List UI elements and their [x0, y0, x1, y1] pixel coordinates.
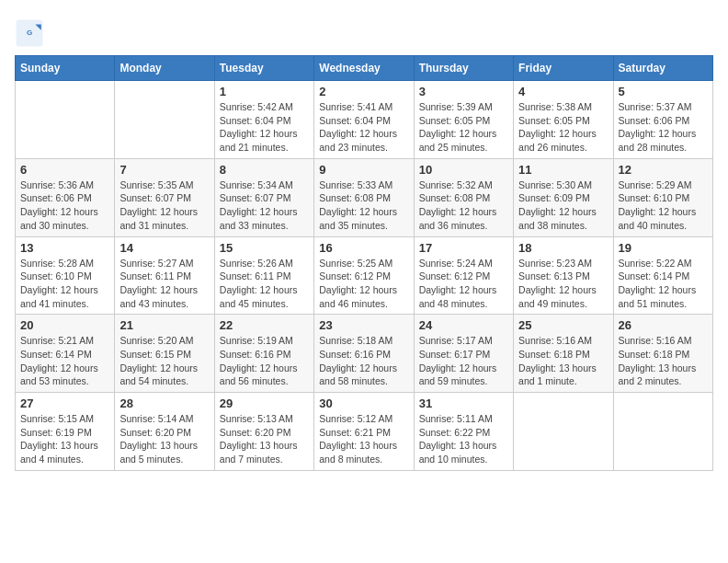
calendar-week-row: 13Sunrise: 5:28 AM Sunset: 6:10 PM Dayli…: [16, 236, 713, 315]
calendar-cell: 25Sunrise: 5:16 AM Sunset: 6:18 PM Dayli…: [514, 315, 613, 393]
day-number: 30: [319, 396, 408, 410]
calendar-cell: [514, 393, 613, 471]
calendar-table: SundayMondayTuesdayWednesdayThursdayFrid…: [15, 55, 713, 471]
day-number: 7: [119, 163, 209, 177]
day-info: Sunrise: 5:34 AM Sunset: 6:07 PM Dayligh…: [220, 178, 309, 233]
calendar-cell: 16Sunrise: 5:25 AM Sunset: 6:12 PM Dayli…: [314, 236, 414, 315]
day-number: 11: [518, 163, 608, 177]
calendar-week-row: 20Sunrise: 5:21 AM Sunset: 6:14 PM Dayli…: [16, 315, 713, 393]
calendar-body: 1Sunrise: 5:42 AM Sunset: 6:04 PM Daylig…: [16, 81, 713, 471]
day-number: 3: [419, 85, 508, 98]
day-info: Sunrise: 5:16 AM Sunset: 6:18 PM Dayligh…: [518, 334, 608, 388]
day-number: 6: [20, 163, 109, 177]
day-info: Sunrise: 5:27 AM Sunset: 6:11 PM Dayligh…: [119, 257, 209, 311]
calendar-cell: 13Sunrise: 5:28 AM Sunset: 6:10 PM Dayli…: [16, 236, 115, 315]
day-number: 22: [220, 318, 309, 332]
day-number: 14: [119, 241, 209, 255]
calendar-cell: 5Sunrise: 5:37 AM Sunset: 6:06 PM Daylig…: [613, 81, 712, 159]
day-number: 13: [20, 241, 109, 255]
weekday-header-cell: Saturday: [613, 56, 712, 81]
day-info: Sunrise: 5:23 AM Sunset: 6:13 PM Dayligh…: [518, 257, 608, 311]
calendar-cell: 27Sunrise: 5:15 AM Sunset: 6:19 PM Dayli…: [16, 393, 115, 471]
day-number: 20: [20, 318, 109, 332]
page-header: G: [15, 15, 713, 48]
day-number: 27: [20, 396, 109, 410]
calendar-cell: 15Sunrise: 5:26 AM Sunset: 6:11 PM Dayli…: [214, 236, 313, 315]
calendar-cell: [16, 81, 115, 159]
calendar-cell: 1Sunrise: 5:42 AM Sunset: 6:04 PM Daylig…: [214, 81, 313, 159]
calendar-cell: 8Sunrise: 5:34 AM Sunset: 6:07 PM Daylig…: [214, 158, 313, 236]
calendar-cell: [613, 393, 712, 471]
day-info: Sunrise: 5:11 AM Sunset: 6:22 PM Dayligh…: [419, 412, 508, 466]
calendar-cell: 31Sunrise: 5:11 AM Sunset: 6:22 PM Dayli…: [414, 393, 513, 471]
day-info: Sunrise: 5:24 AM Sunset: 6:12 PM Dayligh…: [419, 257, 508, 311]
day-number: 18: [518, 241, 608, 255]
day-info: Sunrise: 5:25 AM Sunset: 6:12 PM Dayligh…: [319, 257, 408, 311]
calendar-cell: 7Sunrise: 5:35 AM Sunset: 6:07 PM Daylig…: [115, 158, 214, 236]
calendar-cell: 24Sunrise: 5:17 AM Sunset: 6:17 PM Dayli…: [414, 315, 513, 393]
day-number: 25: [518, 318, 608, 332]
weekday-header-cell: Sunday: [16, 56, 115, 81]
day-number: 26: [619, 318, 708, 332]
weekday-header-cell: Friday: [514, 56, 613, 81]
calendar-cell: 11Sunrise: 5:30 AM Sunset: 6:09 PM Dayli…: [514, 158, 613, 236]
day-number: 24: [419, 318, 508, 332]
calendar-cell: 9Sunrise: 5:33 AM Sunset: 6:08 PM Daylig…: [314, 158, 414, 236]
day-info: Sunrise: 5:39 AM Sunset: 6:05 PM Dayligh…: [419, 100, 508, 155]
day-number: 28: [119, 396, 209, 410]
day-info: Sunrise: 5:26 AM Sunset: 6:11 PM Dayligh…: [220, 257, 309, 311]
calendar-week-row: 27Sunrise: 5:15 AM Sunset: 6:19 PM Dayli…: [16, 393, 713, 471]
day-info: Sunrise: 5:32 AM Sunset: 6:08 PM Dayligh…: [419, 178, 508, 233]
day-info: Sunrise: 5:28 AM Sunset: 6:10 PM Dayligh…: [20, 257, 109, 311]
day-number: 8: [220, 163, 309, 177]
weekday-header-row: SundayMondayTuesdayWednesdayThursdayFrid…: [16, 56, 713, 81]
day-number: 15: [220, 241, 309, 255]
weekday-header-cell: Thursday: [414, 56, 513, 81]
day-info: Sunrise: 5:15 AM Sunset: 6:19 PM Dayligh…: [20, 412, 109, 466]
calendar-cell: 18Sunrise: 5:23 AM Sunset: 6:13 PM Dayli…: [514, 236, 613, 315]
day-number: 2: [319, 85, 408, 98]
svg-text:G: G: [27, 29, 32, 37]
calendar-cell: 2Sunrise: 5:41 AM Sunset: 6:04 PM Daylig…: [314, 81, 414, 159]
day-info: Sunrise: 5:16 AM Sunset: 6:18 PM Dayligh…: [619, 334, 708, 388]
calendar-cell: 6Sunrise: 5:36 AM Sunset: 6:06 PM Daylig…: [16, 158, 115, 236]
day-info: Sunrise: 5:36 AM Sunset: 6:06 PM Dayligh…: [20, 178, 109, 233]
day-number: 16: [319, 241, 408, 255]
day-number: 5: [619, 85, 708, 98]
day-number: 23: [319, 318, 408, 332]
weekday-header-cell: Wednesday: [314, 56, 414, 81]
calendar-cell: 28Sunrise: 5:14 AM Sunset: 6:20 PM Dayli…: [115, 393, 214, 471]
day-info: Sunrise: 5:19 AM Sunset: 6:16 PM Dayligh…: [220, 334, 309, 388]
calendar-cell: 4Sunrise: 5:38 AM Sunset: 6:05 PM Daylig…: [514, 81, 613, 159]
day-info: Sunrise: 5:13 AM Sunset: 6:20 PM Dayligh…: [220, 412, 309, 466]
weekday-header-cell: Monday: [115, 56, 214, 81]
day-info: Sunrise: 5:20 AM Sunset: 6:15 PM Dayligh…: [119, 334, 209, 388]
weekday-header-cell: Tuesday: [214, 56, 313, 81]
day-number: 19: [619, 241, 708, 255]
calendar-cell: 14Sunrise: 5:27 AM Sunset: 6:11 PM Dayli…: [115, 236, 214, 315]
day-number: 12: [619, 163, 708, 177]
day-info: Sunrise: 5:18 AM Sunset: 6:16 PM Dayligh…: [319, 334, 408, 388]
calendar-cell: 17Sunrise: 5:24 AM Sunset: 6:12 PM Dayli…: [414, 236, 513, 315]
calendar-cell: 29Sunrise: 5:13 AM Sunset: 6:20 PM Dayli…: [214, 393, 313, 471]
day-info: Sunrise: 5:35 AM Sunset: 6:07 PM Dayligh…: [119, 178, 209, 233]
day-number: 31: [419, 396, 508, 410]
calendar-header: SundayMondayTuesdayWednesdayThursdayFrid…: [16, 56, 713, 81]
day-info: Sunrise: 5:14 AM Sunset: 6:20 PM Dayligh…: [119, 412, 209, 466]
day-info: Sunrise: 5:30 AM Sunset: 6:09 PM Dayligh…: [518, 178, 608, 233]
logo: G: [15, 18, 48, 48]
calendar-cell: 30Sunrise: 5:12 AM Sunset: 6:21 PM Dayli…: [314, 393, 414, 471]
day-info: Sunrise: 5:29 AM Sunset: 6:10 PM Dayligh…: [619, 178, 708, 233]
day-number: 10: [419, 163, 508, 177]
day-info: Sunrise: 5:42 AM Sunset: 6:04 PM Dayligh…: [220, 100, 309, 155]
day-info: Sunrise: 5:22 AM Sunset: 6:14 PM Dayligh…: [619, 257, 708, 311]
calendar-cell: 20Sunrise: 5:21 AM Sunset: 6:14 PM Dayli…: [16, 315, 115, 393]
day-info: Sunrise: 5:38 AM Sunset: 6:05 PM Dayligh…: [518, 100, 608, 155]
day-number: 1: [220, 85, 309, 98]
calendar-cell: 26Sunrise: 5:16 AM Sunset: 6:18 PM Dayli…: [613, 315, 712, 393]
calendar-cell: 22Sunrise: 5:19 AM Sunset: 6:16 PM Dayli…: [214, 315, 313, 393]
day-number: 17: [419, 241, 508, 255]
calendar-cell: 3Sunrise: 5:39 AM Sunset: 6:05 PM Daylig…: [414, 81, 513, 159]
day-info: Sunrise: 5:41 AM Sunset: 6:04 PM Dayligh…: [319, 100, 408, 155]
calendar-cell: 10Sunrise: 5:32 AM Sunset: 6:08 PM Dayli…: [414, 158, 513, 236]
